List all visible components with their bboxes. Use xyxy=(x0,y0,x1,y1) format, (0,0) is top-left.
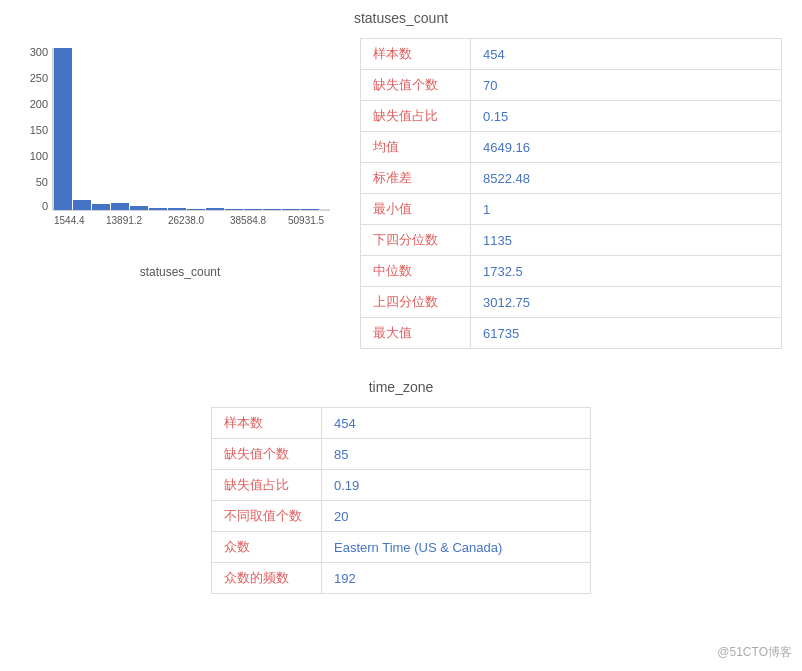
statuses-count-section: statuses_count 300 250 200 150 100 50 0 xyxy=(20,10,782,349)
table-row: 最小值 1 xyxy=(361,194,782,225)
stat-value: 1732.5 xyxy=(471,256,782,287)
stat-label: 中位数 xyxy=(361,256,471,287)
table-row: 均值 4649.16 xyxy=(361,132,782,163)
svg-text:1544.4: 1544.4 xyxy=(54,215,85,226)
stat-value: 4649.16 xyxy=(471,132,782,163)
statuses-count-chart-area: 300 250 200 150 100 50 0 xyxy=(20,38,340,279)
stat-label: 样本数 xyxy=(212,408,322,439)
table-row: 缺失值占比 0.15 xyxy=(361,101,782,132)
stat-label: 缺失值个数 xyxy=(361,70,471,101)
stat-value: 3012.75 xyxy=(471,287,782,318)
svg-text:50931.5: 50931.5 xyxy=(288,215,325,226)
table-row: 标准差 8522.48 xyxy=(361,163,782,194)
stat-value: 8522.48 xyxy=(471,163,782,194)
svg-rect-16 xyxy=(187,209,205,210)
stat-label: 众数 xyxy=(212,532,322,563)
svg-rect-11 xyxy=(92,204,110,210)
stat-label: 最大值 xyxy=(361,318,471,349)
stat-value: 61735 xyxy=(471,318,782,349)
table-row: 众数 Eastern Time (US & Canada) xyxy=(212,532,591,563)
stat-label: 均值 xyxy=(361,132,471,163)
stat-value: 1135 xyxy=(471,225,782,256)
stat-value: 1 xyxy=(471,194,782,225)
statuses-count-chart: 300 250 200 150 100 50 0 xyxy=(20,38,340,258)
stat-label: 缺失值占比 xyxy=(361,101,471,132)
svg-rect-21 xyxy=(282,209,300,210)
stat-value: 0.15 xyxy=(471,101,782,132)
svg-rect-17 xyxy=(206,208,224,210)
stat-value: 70 xyxy=(471,70,782,101)
stat-value: 454 xyxy=(471,39,782,70)
svg-text:50: 50 xyxy=(36,176,48,188)
svg-text:150: 150 xyxy=(30,124,48,136)
table-row: 最大值 61735 xyxy=(361,318,782,349)
stat-value: 0.19 xyxy=(322,470,591,501)
statuses-count-content: 300 250 200 150 100 50 0 xyxy=(20,38,782,349)
svg-rect-12 xyxy=(111,203,129,210)
stat-label: 缺失值个数 xyxy=(212,439,322,470)
svg-text:250: 250 xyxy=(30,72,48,84)
svg-rect-18 xyxy=(225,209,243,210)
svg-rect-20 xyxy=(263,209,281,210)
table-row: 下四分位数 1135 xyxy=(361,225,782,256)
stat-value: 192 xyxy=(322,563,591,594)
table-row: 中位数 1732.5 xyxy=(361,256,782,287)
svg-text:26238.0: 26238.0 xyxy=(168,215,205,226)
svg-rect-22 xyxy=(301,209,319,210)
stat-value: 454 xyxy=(322,408,591,439)
time-zone-title: time_zone xyxy=(20,379,782,395)
svg-text:200: 200 xyxy=(30,98,48,110)
table-row: 缺失值占比 0.19 xyxy=(212,470,591,501)
stat-value: Eastern Time (US & Canada) xyxy=(322,532,591,563)
statuses-count-stats-table: 样本数 454 缺失值个数 70 缺失值占比 0.15 均值 4649.16 标… xyxy=(360,38,782,349)
svg-text:0: 0 xyxy=(42,200,48,212)
svg-rect-14 xyxy=(149,208,167,210)
stat-label: 缺失值占比 xyxy=(212,470,322,501)
stat-value: 85 xyxy=(322,439,591,470)
svg-rect-9 xyxy=(54,48,72,210)
time-zone-section: time_zone 样本数 454 缺失值个数 85 缺失值占比 0.19 不同… xyxy=(20,379,782,594)
table-row: 不同取值个数 20 xyxy=(212,501,591,532)
svg-text:13891.2: 13891.2 xyxy=(106,215,143,226)
table-row: 样本数 454 xyxy=(212,408,591,439)
svg-text:300: 300 xyxy=(30,46,48,58)
svg-rect-10 xyxy=(73,200,91,210)
table-row: 缺失值个数 85 xyxy=(212,439,591,470)
statuses-count-xlabel: statuses_count xyxy=(20,265,340,279)
stat-label: 最小值 xyxy=(361,194,471,225)
svg-text:38584.8: 38584.8 xyxy=(230,215,267,226)
svg-rect-19 xyxy=(244,209,262,210)
stat-label: 上四分位数 xyxy=(361,287,471,318)
stat-label: 标准差 xyxy=(361,163,471,194)
svg-text:100: 100 xyxy=(30,150,48,162)
table-row: 众数的频数 192 xyxy=(212,563,591,594)
table-row: 缺失值个数 70 xyxy=(361,70,782,101)
stat-label: 不同取值个数 xyxy=(212,501,322,532)
stat-label: 众数的频数 xyxy=(212,563,322,594)
stat-label: 样本数 xyxy=(361,39,471,70)
table-row: 样本数 454 xyxy=(361,39,782,70)
stat-value: 20 xyxy=(322,501,591,532)
time-zone-stats-table: 样本数 454 缺失值个数 85 缺失值占比 0.19 不同取值个数 20 众数… xyxy=(211,407,591,594)
statuses-count-title: statuses_count xyxy=(20,10,782,26)
stat-label: 下四分位数 xyxy=(361,225,471,256)
svg-rect-13 xyxy=(130,206,148,210)
time-zone-content: 样本数 454 缺失值个数 85 缺失值占比 0.19 不同取值个数 20 众数… xyxy=(20,407,782,594)
table-row: 上四分位数 3012.75 xyxy=(361,287,782,318)
svg-rect-15 xyxy=(168,208,186,210)
